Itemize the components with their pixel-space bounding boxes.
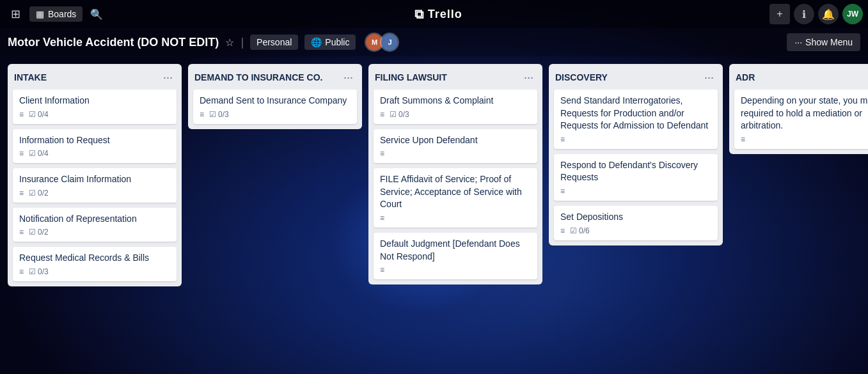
description-icon: ≡ [19, 149, 24, 158]
card-checklist-c4: ☑0/2 [29, 228, 49, 237]
card-checklist-c3: ☑0/2 [29, 189, 49, 198]
card-title-c1: Client Information [19, 95, 170, 107]
list-header-filing: FILING LAWSUIT··· [368, 64, 542, 90]
card-title-c2: Information to Request [19, 134, 170, 147]
card-title-c5: Request Medical Records & Bills [19, 252, 170, 265]
topbar-right: + ℹ 🔔 JW [769, 4, 863, 24]
notification-button[interactable]: 🔔 [818, 4, 839, 24]
card-c6[interactable]: Demand Sent to Insurance Company≡☑0/3 [193, 90, 357, 124]
list-demand: DEMAND TO INSURANCE CO.···Demand Sent to… [188, 64, 362, 129]
list-cards-adr: Depending on your state, you may be requ… [729, 90, 868, 154]
description-icon: ≡ [19, 110, 24, 119]
boards-button[interactable]: ▦ Boards [29, 6, 83, 22]
card-c3[interactable]: Insurance Claim Information≡☑0/2 [13, 168, 177, 203]
card-c13[interactable]: Set Depositions≡☑0/6 [554, 206, 718, 240]
card-title-c9: FILE Affidavit of Service; Proof of Serv… [380, 173, 531, 211]
checklist-count: 0/2 [38, 189, 49, 198]
card-meta-c6: ≡☑0/3 [200, 110, 351, 119]
divider: | [241, 36, 244, 49]
description-icon: ≡ [560, 187, 565, 196]
info-button[interactable]: ℹ [794, 4, 814, 24]
card-c1[interactable]: Client Information≡☑0/4 [13, 90, 177, 124]
list-cards-demand: Demand Sent to Insurance Company≡☑0/3 [188, 90, 362, 129]
checklist-count: 0/4 [38, 110, 49, 119]
member-avatar-2[interactable]: J [380, 33, 399, 52]
search-button[interactable]: 🔍 [86, 4, 107, 24]
trello-logo-icon: ⧉ [414, 7, 424, 22]
list-cards-discovery: Send Standard Interrogatories, Requests … [549, 90, 723, 245]
list-menu-discovery[interactable]: ··· [702, 70, 716, 84]
list-cards-intake: Client Information≡☑0/4Information to Re… [8, 90, 182, 286]
list-menu-intake[interactable]: ··· [161, 70, 175, 84]
checklist-count: 0/2 [38, 228, 49, 237]
description-icon: ≡ [19, 189, 24, 198]
card-c7[interactable]: Draft Summons & Complaint≡☑0/3 [374, 90, 537, 124]
card-checklist-c13: ☑0/6 [570, 226, 590, 235]
show-menu-button[interactable]: ··· Show Menu [787, 33, 860, 51]
list-header-intake: INTAKE··· [8, 64, 182, 90]
globe-icon: 🌐 [311, 37, 322, 47]
card-checklist-c1: ☑0/4 [29, 110, 49, 119]
card-c4[interactable]: Notification of Representation≡☑0/2 [13, 208, 177, 242]
card-title-c3: Insurance Claim Information [19, 173, 170, 186]
list-menu-demand[interactable]: ··· [341, 70, 356, 84]
card-meta-c5: ≡☑0/3 [19, 267, 170, 276]
visibility-button[interactable]: 🌐 Public [304, 35, 356, 50]
card-title-c7: Draft Summons & Complaint [380, 95, 531, 107]
card-c5[interactable]: Request Medical Records & Bills≡☑0/3 [13, 247, 177, 281]
card-c8[interactable]: Service Upon Defendant≡ [374, 129, 537, 164]
card-meta-c10: ≡ [380, 265, 531, 274]
description-icon: ≡ [380, 110, 384, 119]
visibility-label: Public [325, 37, 349, 47]
list-title-adr: ADR [736, 72, 755, 82]
card-checklist-c7: ☑0/3 [390, 110, 409, 119]
list-title-discovery: DISCOVERY [555, 72, 608, 82]
card-meta-c2: ≡☑0/4 [19, 149, 170, 158]
card-title-c12: Respond to Defendant's Discovery Request… [560, 159, 711, 184]
notification-icon: 🔔 [822, 8, 835, 20]
description-icon: ≡ [19, 228, 24, 237]
card-meta-c7: ≡☑0/3 [380, 110, 531, 119]
list-title-intake: INTAKE [14, 72, 47, 82]
checklist-icon: ☑ [29, 189, 36, 198]
user-avatar[interactable]: JW [842, 4, 863, 24]
card-meta-c1: ≡☑0/4 [19, 110, 170, 119]
boards-icon: ▦ [36, 9, 44, 19]
topbar-left: ⊞ ▦ Boards 🔍 [5, 4, 107, 24]
card-checklist-c2: ☑0/4 [29, 149, 49, 158]
list-header-adr: ADR··· [729, 64, 868, 90]
card-title-c14: Depending on your state, you may be requ… [741, 95, 868, 132]
checklist-icon: ☑ [390, 110, 397, 119]
card-c11[interactable]: Send Standard Interrogatories, Requests … [554, 90, 718, 149]
workspace-label: Personal [256, 37, 292, 47]
card-c10[interactable]: Default Judgment [Defendant Does Not Res… [374, 233, 537, 279]
card-meta-c8: ≡ [380, 149, 531, 158]
home-button[interactable]: ⊞ [5, 4, 26, 24]
card-c12[interactable]: Respond to Defendant's Discovery Request… [554, 154, 718, 201]
card-meta-c14: ≡ [741, 135, 868, 144]
checklist-count: 0/6 [579, 226, 590, 235]
checklist-icon: ☑ [29, 228, 36, 237]
boardbar: Motor Vehicle Accident (DO NOT EDIT) ☆ |… [0, 28, 868, 56]
star-button[interactable]: ☆ [225, 36, 234, 49]
member-avatars: M J [365, 33, 399, 52]
card-meta-c13: ≡☑0/6 [560, 226, 711, 235]
workspace-button[interactable]: Personal [250, 35, 298, 50]
list-header-discovery: DISCOVERY··· [549, 64, 723, 90]
trello-logo-text: Trello [428, 8, 462, 21]
card-meta-c3: ≡☑0/2 [19, 189, 170, 198]
card-c2[interactable]: Information to Request≡☑0/4 [13, 129, 177, 164]
boards-label: Boards [48, 9, 76, 19]
description-icon: ≡ [380, 149, 384, 158]
avatar-label: JW [847, 10, 858, 19]
list-menu-filing[interactable]: ··· [521, 70, 536, 84]
checklist-icon: ☑ [29, 149, 36, 158]
plus-icon: + [777, 8, 782, 20]
list-title-filing: FILING LAWSUIT [375, 72, 447, 82]
add-button[interactable]: + [769, 4, 790, 24]
description-icon: ≡ [380, 214, 384, 222]
card-c9[interactable]: FILE Affidavit of Service; Proof of Serv… [374, 168, 537, 228]
card-title-c8: Service Upon Defendant [380, 134, 531, 147]
list-header-demand: DEMAND TO INSURANCE CO.··· [188, 64, 362, 90]
card-c14[interactable]: Depending on your state, you may be requ… [734, 90, 868, 149]
